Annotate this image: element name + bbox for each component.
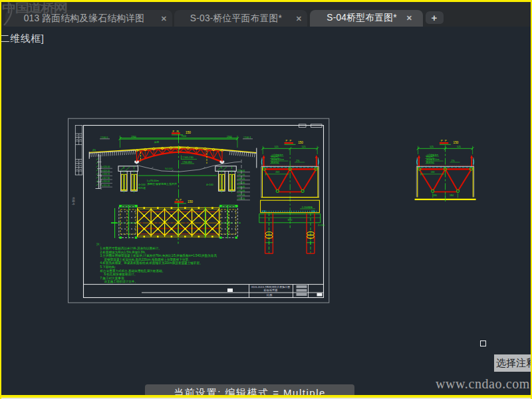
drawing-annotation: 2%: [452, 160, 456, 162]
drawing-annotation: 150: [186, 131, 191, 134]
drawing-annotation: 525: [275, 146, 279, 148]
notes-block: 注:1.本图尺寸除标高以米计外,其余均以厘米计。2.桥面横坡为双向1.5%,纵坡…: [96, 243, 217, 284]
drawing-annotation: ▽93.06: [237, 190, 245, 192]
drawing-canvas[interactable]: 档案号XDG-2013-7西双河特大桥施工图桥型布置图比例▽120.00▽119…: [0, 0, 532, 399]
drawing-note-line: 注:: [96, 243, 100, 246]
drawing-annotation: 横梁间距: [271, 161, 279, 164]
drawing-annotation: ▽105.230: [182, 156, 194, 159]
drawing-annotation: P: [290, 139, 292, 142]
drawing-annotation: 1900: [131, 136, 136, 138]
site-watermark: www.cndao.com: [436, 376, 530, 392]
drawing-annotation: ▽94.060: [182, 161, 192, 164]
drawing-annotation: P: [173, 130, 175, 133]
drawing-annotation: ▽117.30: [102, 177, 110, 180]
file-tab-label: S-03-桥位平面布置图*: [190, 13, 282, 25]
file-tab-2[interactable]: S-03-桥位平面布置图*✕: [174, 10, 307, 27]
drawing-annotation: 1900: [227, 136, 232, 138]
drawing-annotation: P: [180, 198, 182, 201]
titleblock-scale: 比例: [267, 293, 272, 297]
drawing-annotation: 7600: [182, 135, 187, 138]
drawing-annotation: ▽92.16: [237, 194, 245, 196]
frame-border-bottom: [0, 395, 532, 398]
drawing-annotation: 94.000: [165, 168, 173, 170]
frame-border-left: [0, 0, 1, 399]
drawing-annotation: 4×100: [138, 184, 146, 186]
drawing-annotation: 档案号: [72, 197, 75, 205]
drawing-annotation: P: [286, 139, 288, 142]
cross-section-standalone: PP150525525人行道铺装层防撞护栏桥面铺装10cm横梁间距2%26318…: [415, 139, 476, 201]
drawing-annotation: 净跨径 钢管混凝土系杆拱: [147, 182, 177, 186]
drawing-annotation: P: [445, 139, 447, 142]
drawing-annotation: ▽115.10: [102, 184, 110, 187]
drawing-annotation: ▽96.26: [237, 178, 245, 180]
drawing-annotation: 2×150: [318, 224, 325, 227]
drawing-annotation: ▽116.00: [102, 180, 110, 183]
drawing-note-line: 详见施工组织设计文件。: [104, 279, 138, 283]
drawing-annotation: P: [441, 139, 443, 142]
application-window: 013 路面结构及缘石结构详图✕S-03-桥位平面布置图*✕S-04桥型布置图*…: [0, 0, 532, 399]
file-tab-label: S-04桥型布置图*: [327, 12, 397, 24]
drawing-annotation: 钻孔桩: [138, 186, 146, 190]
drawing-annotation: 拱脚: [154, 140, 159, 144]
drawing-annotation: 263: [431, 171, 435, 174]
drawing-annotation: ▽118.20: [102, 173, 110, 176]
new-tab-button[interactable]: +: [426, 11, 444, 25]
drawing-annotation: 525: [430, 146, 434, 148]
drawing-annotation: ▽120.00: [102, 166, 110, 168]
drawing-annotation: 263: [275, 171, 279, 174]
drawing-annotation: ▽94.46: [237, 186, 245, 188]
frame-border-top: [0, 0, 532, 2]
drawing-annotation: 横梁间距: [426, 161, 434, 164]
drawing-annotation: 150: [454, 141, 459, 144]
tab-close-icon[interactable]: ✕: [296, 14, 302, 23]
drawing-annotation: M30: [288, 219, 293, 221]
drawing-annotation: ▽91.26: [237, 198, 245, 200]
drawing-annotation: ▽119.10: [102, 170, 110, 172]
drawing-annotation: C30: [262, 210, 266, 213]
plan-view: PP150: [111, 198, 241, 244]
drawing-annotation: ▽95.36: [237, 182, 245, 184]
file-tab-bar: 013 路面结构及缘石结构详图✕S-03-桥位平面布置图*✕S-04桥型布置图*…: [0, 2, 532, 27]
crosshair-pickbox: [480, 340, 486, 346]
drawing-annotation: 525: [302, 146, 306, 148]
drawing-annotation: 184: [450, 194, 454, 197]
tab-close-icon[interactable]: ✕: [406, 14, 412, 23]
drawing-annotation: C30: [311, 210, 315, 213]
drawing-annotation: 525: [457, 146, 461, 148]
drawing-annotation: P: [176, 198, 178, 201]
drawing-annotation: 2%: [296, 160, 300, 162]
drawing-annotation: 2-200锚栓: [302, 206, 313, 209]
drawing-annotation: 180: [433, 194, 437, 197]
drawing-annotation: 150: [298, 141, 303, 144]
drawing-note-line: 7.施工时注意事项:: [100, 276, 125, 280]
drawing-annotation: 150: [188, 200, 193, 203]
titleblock-name: 桥型布置图: [264, 289, 278, 292]
selection-tooltip: 选择注释: [494, 354, 532, 372]
drawing-annotation: ▽100.1: [243, 136, 251, 139]
cross-section-sheet: PP150525525人行道铺装层防撞护栏桥面铺装10cm横梁间距2%2632-…: [259, 139, 325, 253]
drawing-annotation: 4%: [92, 149, 96, 152]
brand-watermark-swash: [0, 0, 40, 40]
drawing-annotation: ▽98.06: [237, 170, 245, 172]
tab-close-icon[interactable]: ✕: [161, 14, 167, 23]
drawing-annotation: ▽97.16: [237, 174, 245, 176]
file-tab-3[interactable]: S-04桥型布置图*✕: [310, 10, 423, 27]
title-block: XDG-2013-7西双河特大桥施工图桥型布置图比例: [84, 285, 324, 298]
drawing-annotation: ▽100.5: [100, 136, 108, 139]
elevation-view: ▽120.00▽119.10▽118.20▽117.30▽116.00▽115.…: [89, 130, 257, 207]
drawing-annotation: P: [177, 130, 179, 133]
drawing-annotation: 4×100: [206, 184, 213, 186]
